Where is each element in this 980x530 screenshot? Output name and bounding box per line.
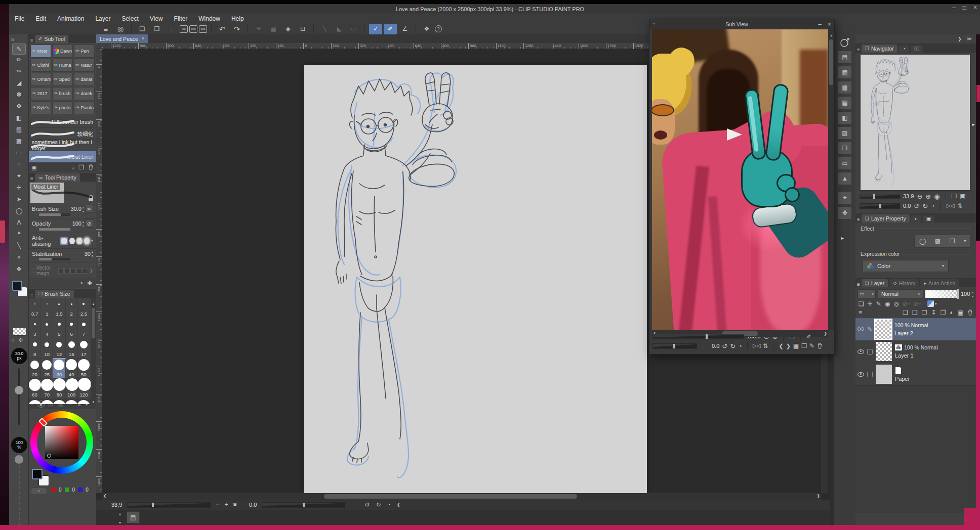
vector-option-2[interactable] xyxy=(64,268,70,274)
layer-mask-icon[interactable]: ◐ xyxy=(950,310,953,316)
subtool-import-icon[interactable]: ↓ xyxy=(71,164,74,170)
vector-option-1[interactable] xyxy=(58,268,64,274)
layer1-name[interactable]: Layer 1 xyxy=(895,352,938,359)
brush-size-cell[interactable]: 70 xyxy=(41,379,53,399)
brush-list-item[interactable]: Moist Liner xyxy=(29,151,96,163)
subview-vscrollbar[interactable]: ▴ xyxy=(828,29,834,330)
lock-layer-icon[interactable]: ◉ xyxy=(885,301,890,307)
new-vector-layer-icon[interactable]: ❑ xyxy=(912,310,918,316)
paper-checkbox[interactable] xyxy=(867,372,873,377)
subview-prev-image-icon[interactable]: ❮ xyxy=(779,343,783,349)
brush-size-cell[interactable]: 1.5 xyxy=(53,298,65,318)
aa-dropdown-icon[interactable]: ▾ xyxy=(91,239,93,243)
tool-text[interactable]: A xyxy=(17,219,21,226)
tool-fill[interactable]: ◧ xyxy=(16,115,22,121)
menu-item[interactable]: Window xyxy=(193,15,226,22)
tool-operation[interactable]: ➤ xyxy=(16,196,21,202)
selection-tri-icon[interactable]: ◣ xyxy=(333,24,346,34)
selection-rect-icon[interactable]: ▭ xyxy=(347,24,360,34)
subtool-group-tab[interactable]: ✑Ornam xyxy=(30,73,51,86)
tool-selection[interactable]: ▭ xyxy=(16,150,22,156)
dock-panel-material-9[interactable]: ▲ xyxy=(838,172,852,185)
ruler-layer-combo[interactable]: ⊘▾ xyxy=(913,301,921,307)
hscroll-right-icon[interactable]: ❯ xyxy=(816,494,820,498)
nav-flip-h-icon[interactable]: ▷◁ xyxy=(947,203,954,208)
new-folder-icon[interactable]: ❒ xyxy=(922,310,927,316)
brush-size-cell[interactable]: 5 xyxy=(53,318,65,338)
canvas-rotation-value[interactable]: 0.0 xyxy=(249,502,257,508)
layer2-thumbnail[interactable] xyxy=(875,320,891,339)
duplicate-layer-icon[interactable]: ❐ xyxy=(941,310,946,316)
brush-size-cell[interactable]: 10 xyxy=(41,338,53,359)
effect-layer-color-icon[interactable]: ❐ xyxy=(950,238,955,244)
subtool-trash-icon[interactable] xyxy=(88,164,94,170)
tool-pen[interactable]: ✎ xyxy=(12,43,26,55)
layer-color-combo[interactable]: ▾ xyxy=(927,300,937,307)
lock-alpha-icon[interactable]: ◎ xyxy=(893,301,899,307)
pose-icon[interactable]: ✛ xyxy=(868,301,873,307)
paper-thumbnail[interactable] xyxy=(876,365,892,384)
subtool-group-tab[interactable]: ✑darek xyxy=(74,87,95,100)
nav-zoom-out-icon[interactable]: ⊖ xyxy=(917,193,922,200)
subview-rotate-cw-icon[interactable]: ↻ xyxy=(730,343,736,349)
layer-opacity-slider[interactable] xyxy=(925,290,959,298)
crop-icon[interactable]: ⊡ xyxy=(296,24,309,34)
effect-tone-icon[interactable]: ▩ xyxy=(935,238,941,244)
subtool-group-tab[interactable]: ✑2017 xyxy=(30,87,51,100)
dock-panel-material-7[interactable]: ❒ xyxy=(838,142,852,155)
subview-scroll-up-icon[interactable]: ▴ xyxy=(828,33,834,37)
subview-remove-icon[interactable] xyxy=(817,343,823,349)
subview-open-icon[interactable]: ❐ xyxy=(801,343,807,349)
export-jpg-icon[interactable]: jpg xyxy=(180,25,188,33)
tool-strip-menu-icon[interactable]: ≡ xyxy=(11,36,14,42)
tool-wand[interactable]: ✦ xyxy=(16,173,21,179)
sv-selector[interactable] xyxy=(47,454,51,458)
brush-list-item[interactable]: 软细化 xyxy=(29,128,96,140)
nav-reset-rotation-icon[interactable]: ◔ xyxy=(931,203,935,209)
aa-weak-option[interactable] xyxy=(69,238,75,244)
nav-menu-icon[interactable]: ≡ xyxy=(857,48,860,53)
snap-to-grid-icon[interactable]: ∠ xyxy=(398,24,412,34)
dock-panel-material-3[interactable]: ▩ xyxy=(838,81,852,94)
frame-border-icon[interactable]: ▣ xyxy=(958,310,963,316)
zoom-fit-icon[interactable]: ▣ xyxy=(233,503,237,507)
opacity-spinner[interactable]: ▴▾ xyxy=(83,220,84,228)
subview-rotate-ccw-icon[interactable]: ↺ xyxy=(722,343,727,349)
vector-option-4[interactable] xyxy=(76,268,82,274)
dock-panel-material-2[interactable]: ▦ xyxy=(838,66,852,79)
subtool-group-tab[interactable]: ✑Most xyxy=(30,45,51,58)
layer-row-1[interactable]: 100 % Normal Layer 1 xyxy=(855,340,976,363)
brush-size-cell[interactable]: 17 xyxy=(78,338,90,359)
opacity-mini-slider[interactable] xyxy=(39,228,70,231)
deselect-icon[interactable]: ✳ xyxy=(252,24,265,34)
tab-lp-2[interactable]: ◐ xyxy=(911,215,921,223)
tab-auto-action[interactable]: ▸Auto Action xyxy=(920,279,959,287)
subtool-group-tab[interactable]: ✑Huma xyxy=(52,59,73,72)
dock-panel-material-8[interactable]: ▭ xyxy=(838,157,852,170)
subview-close-icon[interactable]: × xyxy=(828,21,831,27)
subtool-check-icon[interactable]: ▣ xyxy=(31,165,36,170)
tool-lasso[interactable]: ◌ xyxy=(17,161,21,167)
subview-rotation-slider[interactable] xyxy=(652,343,697,349)
zoom-in-icon[interactable]: + xyxy=(224,502,228,508)
tab-history[interactable]: ↺History xyxy=(889,279,919,287)
nav-fullscreen-icon[interactable]: ▣ xyxy=(960,193,965,199)
subview-reset-rotation-icon[interactable]: ◔ xyxy=(738,343,742,349)
dock-panel-material-1[interactable]: ▤ xyxy=(838,51,852,64)
brush-size-source-button[interactable]: ≫ xyxy=(85,205,93,213)
nav-zoom-slider[interactable] xyxy=(860,194,900,199)
brush-size-cell[interactable]: 0.7 xyxy=(29,298,41,318)
layer-opacity-spinner[interactable]: ▴▾ xyxy=(972,290,973,298)
export-psd-icon[interactable]: psd xyxy=(199,25,207,33)
subtool-group-tab[interactable]: ✑Pen xyxy=(74,45,95,58)
menu-item[interactable]: Help xyxy=(226,15,250,22)
tab-close-icon[interactable]: × xyxy=(142,36,144,41)
canvas-hscroll-thumb[interactable] xyxy=(324,494,577,499)
layer-list-icon[interactable]: ≡ xyxy=(859,310,862,316)
paper-visibility-icon[interactable] xyxy=(858,372,864,377)
loupe-icon[interactable] xyxy=(839,37,850,49)
clip-studio-logo-icon[interactable]: ◎ xyxy=(114,24,127,34)
layer-row-2[interactable]: ✎ 100 % Normal Layer 2 xyxy=(855,318,976,340)
undo-icon[interactable]: ↶ xyxy=(216,24,229,34)
brush-size-cell[interactable]: 15 xyxy=(66,338,78,359)
